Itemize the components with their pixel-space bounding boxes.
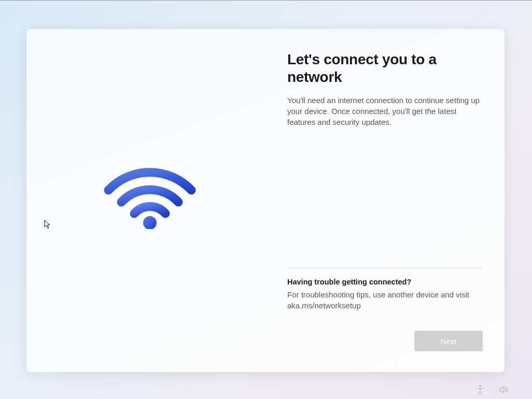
spacer xyxy=(287,138,483,268)
next-button[interactable]: Next xyxy=(414,331,483,351)
divider xyxy=(287,268,483,268)
left-panel xyxy=(26,29,273,372)
system-tray xyxy=(475,384,509,395)
svg-point-0 xyxy=(143,216,157,229)
volume-icon[interactable] xyxy=(498,384,509,395)
setup-card: Let's connect you to a network You'll ne… xyxy=(26,29,505,372)
page-title: Let's connect you to a network xyxy=(287,51,483,86)
content-panel: Let's connect you to a network You'll ne… xyxy=(273,29,505,372)
footer-buttons: Next xyxy=(287,331,483,351)
svg-point-1 xyxy=(479,386,481,387)
trouble-text: For troubleshooting tips, use another de… xyxy=(287,289,483,311)
wifi-icon xyxy=(103,162,197,229)
page-description: You'll need an internet connection to co… xyxy=(287,95,483,127)
accessibility-icon[interactable] xyxy=(475,384,485,395)
trouble-heading: Having trouble getting connected? xyxy=(287,278,483,286)
